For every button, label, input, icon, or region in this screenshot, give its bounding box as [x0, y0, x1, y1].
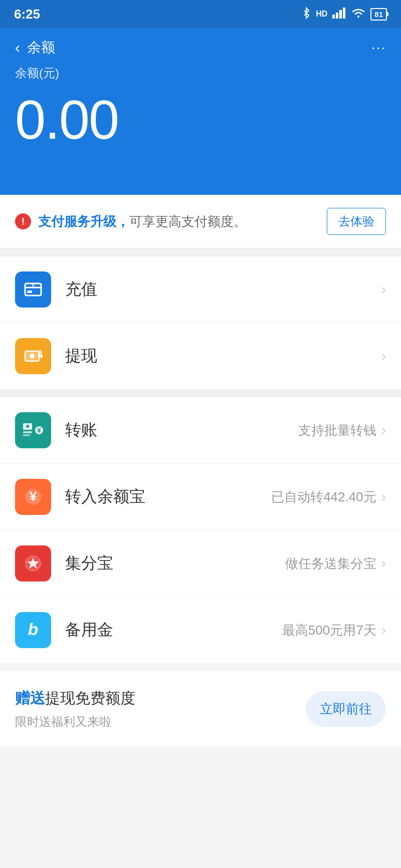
promo-gift-text: 赠送	[15, 690, 45, 706]
promo-left: 赠送提现免费额度 限时送福利又来啦	[15, 688, 306, 730]
warning-icon: !	[15, 213, 31, 229]
beiyong-desc: 最高500元用7天	[282, 622, 376, 639]
svg-rect-0	[332, 15, 335, 19]
goto-button[interactable]: 立即前往	[306, 691, 386, 727]
yuebao-desc: 已自动转442.40元	[271, 488, 376, 506]
zhuanzhang-right: 支持批量转钱 ›	[298, 422, 386, 439]
status-bar: 6:25 HD 81	[0, 0, 401, 28]
upgrade-text: 支付服务升级，可享更高支付额度。	[38, 213, 247, 230]
bluetooth-icon	[302, 7, 311, 22]
svg-rect-16	[23, 431, 32, 433]
more-button[interactable]: ···	[371, 40, 386, 56]
svg-point-9	[30, 354, 35, 359]
chongzhi-icon: ¥	[15, 271, 51, 308]
battery-icon: 81	[370, 8, 387, 21]
header-title: 余额	[27, 38, 55, 57]
yuebao-icon: ¥	[15, 479, 51, 515]
separator-2	[0, 389, 401, 397]
header-nav: ‹ 余额 ···	[15, 38, 386, 57]
promo-banner: 赠送提现免费额度 限时送福利又来啦 立即前往	[0, 671, 401, 747]
menu-item-chongzhi[interactable]: ¥ 充值 ›	[0, 256, 401, 323]
hd-icon: HD	[316, 10, 327, 19]
separator-1	[0, 248, 401, 256]
beiyong-content: 备用金	[65, 619, 282, 641]
promo-title-text: 提现免费额度	[45, 690, 135, 706]
svg-text:¥: ¥	[32, 281, 35, 287]
tixian-content: 提现	[65, 345, 381, 367]
menu-section-1: ¥ 充值 › 提现 ›	[0, 256, 401, 389]
svg-rect-2	[339, 10, 342, 19]
tixian-right: ›	[381, 348, 386, 364]
upgrade-highlight: 支付服务升级，	[38, 214, 129, 229]
jifen-icon	[15, 545, 51, 582]
blue-header-section: ‹ 余额 ··· 余额(元) 0.00	[0, 28, 401, 195]
svg-rect-3	[343, 8, 345, 19]
svg-point-15	[26, 425, 29, 428]
menu-item-zhuanzhang[interactable]: ¥ 转账 支持批量转钱 ›	[0, 397, 401, 464]
yuebao-chevron: ›	[381, 489, 386, 505]
experience-button[interactable]: 去体验	[327, 208, 386, 235]
svg-rect-6	[27, 291, 32, 293]
balance-label: 余额(元)	[15, 65, 386, 81]
menu-section-2: ¥ 转账 支持批量转钱 › ¥ 转入余额宝 已自动转442.40元 ›	[0, 397, 401, 663]
zhuanzhang-icon: ¥	[15, 412, 51, 448]
chongzhi-chevron: ›	[381, 281, 386, 298]
zhuanzhang-chevron: ›	[381, 422, 386, 438]
promo-subtitle: 限时送福利又来啦	[15, 714, 306, 730]
jifen-right: 做任务送集分宝 ›	[285, 555, 386, 572]
jifen-content: 集分宝	[65, 552, 285, 574]
menu-item-beiyong[interactable]: b 备用金 最高500元用7天 ›	[0, 597, 401, 663]
back-arrow-icon: ‹	[15, 40, 20, 55]
beiyong-chevron: ›	[381, 622, 386, 638]
empty-space	[0, 747, 401, 868]
jifen-name: 集分宝	[65, 554, 113, 572]
yuebao-right: 已自动转442.40元 ›	[271, 488, 386, 506]
yuebao-content: 转入余额宝	[65, 486, 271, 508]
signal-icon	[332, 8, 346, 21]
svg-text:b: b	[28, 620, 39, 639]
svg-rect-17	[23, 434, 30, 436]
wifi-icon	[351, 8, 365, 21]
zhuanzhang-name: 转账	[65, 421, 97, 439]
beiyong-right: 最高500元用7天 ›	[282, 622, 386, 639]
svg-text:¥: ¥	[30, 489, 37, 504]
yuebao-name: 转入余额宝	[65, 487, 145, 505]
zhuanzhang-desc: 支持批量转钱	[298, 422, 376, 439]
jifen-desc: 做任务送集分宝	[285, 555, 376, 572]
menu-item-yuebao[interactable]: ¥ 转入余额宝 已自动转442.40元 ›	[0, 464, 401, 530]
zhuanzhang-content: 转账	[65, 419, 298, 441]
tixian-name: 提现	[65, 347, 97, 365]
status-icons: HD 81	[302, 7, 387, 22]
upgrade-notice: ! 支付服务升级，可享更高支付额度。 去体验	[0, 195, 401, 248]
back-button[interactable]: ‹ 余额	[15, 38, 55, 57]
upgrade-notice-left: ! 支付服务升级，可享更高支付额度。	[15, 213, 247, 230]
upgrade-normal: 可享更高支付额度。	[129, 214, 247, 229]
jifen-chevron: ›	[381, 555, 386, 571]
chongzhi-content: 充值	[65, 278, 381, 301]
beiyong-name: 备用金	[65, 621, 113, 639]
svg-rect-1	[336, 13, 338, 19]
chongzhi-name: 充值	[65, 280, 97, 298]
menu-item-jifen[interactable]: 集分宝 做任务送集分宝 ›	[0, 530, 401, 597]
tixian-chevron: ›	[381, 348, 386, 364]
header: ‹ 余额 ··· 余额(元) 0.00	[0, 28, 401, 150]
svg-text:¥: ¥	[37, 426, 41, 434]
chongzhi-right: ›	[381, 281, 386, 298]
balance-amount: 0.00	[15, 89, 386, 150]
menu-item-tixian[interactable]: 提现 ›	[0, 323, 401, 389]
promo-title: 赠送提现免费额度	[15, 688, 306, 709]
beiyong-icon: b	[15, 612, 51, 648]
status-time: 6:25	[14, 7, 40, 22]
tixian-icon	[15, 338, 51, 374]
